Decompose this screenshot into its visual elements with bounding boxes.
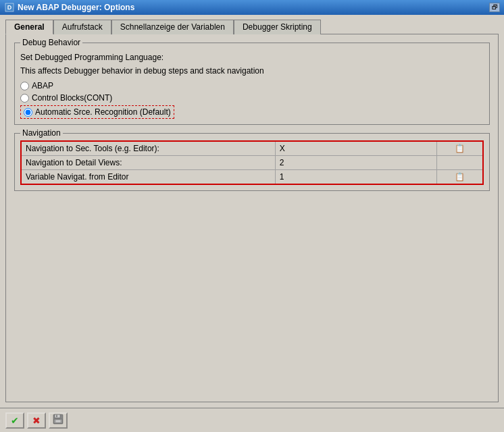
nav-icon-2[interactable]: 📋 — [437, 170, 483, 185]
debug-behavior-group: Debug Behavior Set Debugged Programming … — [14, 43, 490, 125]
check-icon: ✔ — [11, 415, 19, 426]
nav-row-1: Navigation to Detail Views: 2 — [21, 156, 483, 170]
nav-value-1: 2 — [275, 156, 436, 170]
save-icon — [53, 414, 64, 427]
tabs-bar: General Aufrufstack Schnellanzeige der V… — [0, 15, 504, 34]
clipboard-icon-2: 📋 — [455, 172, 465, 182]
restore-button[interactable]: 🗗 — [489, 3, 500, 12]
radio-control-row: Control Blocks(CONT) — [20, 93, 484, 103]
nav-row-2: Variable Navigat. from Editor 1 📋 — [21, 170, 483, 185]
nav-value-0: X — [275, 141, 436, 156]
nav-value-2: 1 — [275, 170, 436, 185]
debug-sub-label: This affects Debugger behavior in debug … — [20, 66, 484, 76]
window-body: General Aufrufstack Schnellanzeige der V… — [0, 15, 504, 432]
tab-aufrufstack[interactable]: Aufrufstack — [53, 20, 111, 34]
tab-skripting[interactable]: Debugger Skripting — [234, 20, 321, 34]
save-button[interactable] — [49, 412, 68, 429]
svg-rect-6 — [55, 420, 61, 423]
title-bar-controls: 🗗 — [489, 3, 500, 12]
nav-label-2: Variable Navigat. from Editor — [21, 170, 275, 185]
debug-behavior-content: Set Debugged Programming Language: This … — [20, 50, 484, 119]
tab-schnellanzeige[interactable]: Schnellanzeige der Variablen — [111, 20, 234, 34]
title-bar-icon: D — [4, 2, 15, 13]
svg-rect-4 — [56, 415, 57, 418]
nav-row-0: Navigation to Sec. Tools (e.g. Editor): … — [21, 141, 483, 156]
navigation-title: Navigation — [20, 128, 63, 138]
content-area: Debug Behavior Set Debugged Programming … — [5, 34, 499, 402]
bottom-toolbar: ✔ ✖ — [0, 408, 504, 432]
radio-abap-row: ABAP — [20, 81, 484, 90]
navigation-group: Navigation Navigation to Sec. Tools (e.g… — [14, 133, 490, 191]
cancel-button[interactable]: ✖ — [27, 412, 46, 429]
radio-control-label: Control Blocks(CONT) — [32, 93, 112, 103]
svg-text:D: D — [7, 4, 12, 11]
ok-button[interactable]: ✔ — [5, 412, 24, 429]
content-spacer — [14, 199, 490, 394]
radio-auto[interactable] — [24, 108, 32, 117]
radio-auto-highlighted: Automatic Srce. Recognition (Default) — [20, 105, 174, 119]
navigation-table: Navigation to Sec. Tools (e.g. Editor): … — [20, 140, 484, 185]
clipboard-icon-0: 📋 — [455, 144, 465, 153]
title-bar-text: New ABAP Debugger: Options — [18, 3, 489, 12]
debug-behavior-title: Debug Behavior — [20, 38, 82, 47]
radio-auto-row: Automatic Srce. Recognition (Default) — [20, 105, 484, 119]
title-bar: D New ABAP Debugger: Options 🗗 — [0, 0, 504, 15]
debug-main-label: Set Debugged Programming Language: — [20, 53, 484, 62]
radio-abap[interactable] — [20, 82, 29, 90]
cross-icon: ✖ — [32, 415, 41, 426]
nav-icon-0[interactable]: 📋 — [437, 141, 483, 156]
radio-auto-label: Automatic Srce. Recognition (Default) — [35, 107, 171, 117]
nav-icon-1-empty — [437, 156, 483, 170]
nav-label-1: Navigation to Detail Views: — [21, 156, 275, 170]
tab-general[interactable]: General — [5, 20, 53, 34]
radio-abap-label: ABAP — [32, 81, 53, 90]
radio-control[interactable] — [20, 94, 29, 103]
nav-label-0: Navigation to Sec. Tools (e.g. Editor): — [21, 141, 275, 156]
